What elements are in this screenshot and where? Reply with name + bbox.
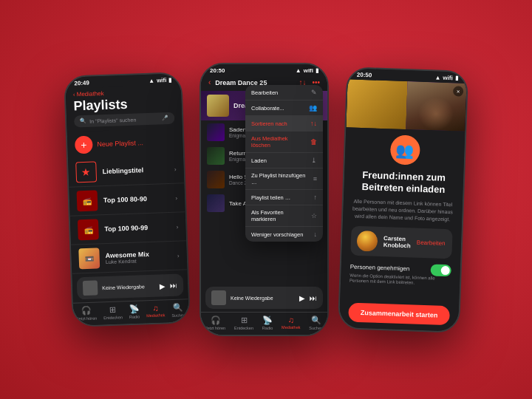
playlist-thumb: 📻 — [78, 219, 99, 240]
phone-left: 20:49 ▲ wifi ▮ ‹ Mediathek Playlists 🔍 I… — [64, 72, 191, 327]
playlist-icon: 📻 — [83, 197, 92, 205]
menu-item-favorite[interactable]: Als Favoriten markieren ☆ — [245, 205, 323, 227]
signal-icon: ▲ — [149, 78, 154, 84]
list-item[interactable]: ★ Lieblingstitel › — [68, 154, 184, 187]
collab-icon: 👥 — [309, 104, 317, 112]
wifi-icon: wifi — [304, 67, 313, 74]
tab-label: Radio — [129, 314, 140, 318]
mini-controls[interactable]: ▶ ⏭ — [160, 281, 177, 290]
discover-icon: ⊞ — [109, 305, 116, 315]
album-art-small — [207, 95, 229, 117]
approve-label: Personen genehmigen — [350, 263, 410, 272]
playlist-info: Top 100 90-99 — [104, 223, 171, 233]
playlist-thumb: 📼 — [78, 248, 100, 269]
playlist-name: Lieblingstitel — [102, 166, 168, 175]
approve-toggle[interactable] — [430, 263, 451, 276]
tab-discover[interactable]: ⊞ Entdecken — [103, 304, 123, 320]
menu-item-collaborate[interactable]: Collaborate... 👥 — [245, 100, 323, 116]
invite-content: 👥 Freund:innen zumBeitreten einladen All… — [339, 127, 465, 331]
tab-bar-center: 🎧 Jetzt hören ⊞ Entdecken 📡 Radio ♫ Medi… — [201, 312, 327, 335]
user-name: CarstenKnobloch — [383, 234, 411, 248]
edit-button[interactable]: Bearbeiten — [417, 239, 446, 246]
discover-icon: ⊞ — [241, 316, 248, 325]
search-tab-icon: 🔍 — [173, 302, 183, 312]
battery-icon: ▮ — [168, 77, 171, 83]
tab-mediathek[interactable]: ♫ Mediathek — [146, 303, 166, 318]
mini-player-center[interactable]: Keine Wiedergabe ▶ ⏭ — [205, 287, 323, 309]
tab-label: Suchen — [171, 313, 185, 318]
tab-mediathek[interactable]: ♫ Mediathek — [282, 316, 300, 330]
forward-icon[interactable]: ⏭ — [170, 281, 177, 289]
user-info: CarstenKnobloch — [383, 234, 411, 248]
menu-label: Weniger vorschlagen — [251, 231, 311, 238]
chevron-right-icon: › — [177, 252, 180, 259]
sort-icon: ↑↓ — [310, 120, 317, 127]
menu-item-add-playlist[interactable]: Zu Playlist hinzufügen … ≡ — [245, 168, 323, 190]
mini-player-title: Keine Wiedergabe — [231, 296, 295, 301]
time-center: 20:50 — [210, 67, 225, 74]
list-item[interactable]: 📻 Top 100 90-99 › — [70, 212, 186, 245]
download-icon: ⤓ — [311, 157, 317, 164]
friends-icon: 👥 — [389, 134, 420, 165]
playlist-info: Top 100 80-90 — [103, 194, 170, 204]
new-playlist-button[interactable]: + Neue Playlist ... — [67, 128, 183, 158]
tab-label: Mediathek — [282, 325, 300, 330]
arrow-icon: ▲ — [296, 67, 301, 74]
menu-item-delete[interactable]: Aus Mediathek löschen 🗑 — [245, 132, 323, 153]
search-bar-left[interactable]: 🔍 In "Playlists" suchen 🎤 — [74, 112, 174, 128]
song-thumb — [207, 194, 225, 212]
tab-now-playing[interactable]: 🎧 Jetzt hören — [205, 316, 225, 330]
tab-label: Entdecken — [103, 315, 123, 320]
headphone-icon: 🎧 — [211, 316, 221, 325]
time-left: 20:49 — [74, 80, 89, 87]
menu-item-share[interactable]: Playlist teilen … ↑ — [245, 190, 323, 205]
battery-icon: ▮ — [455, 75, 458, 81]
tab-radio[interactable]: 📡 Radio — [129, 304, 140, 319]
new-playlist-label: Neue Playlist ... — [97, 139, 143, 148]
tab-discover[interactable]: ⊞ Entdecken — [234, 316, 253, 330]
page-title-left: Playlists — [73, 96, 174, 113]
user-row: CarstenKnobloch Bearbeiten — [350, 225, 452, 259]
radio-icon: 📡 — [262, 316, 273, 325]
art-grid — [346, 79, 466, 132]
list-item[interactable]: 📼 Awesome Mix Luke Kendrat › — [71, 241, 187, 273]
plus-icon: + — [75, 136, 93, 154]
tab-search[interactable]: 🔍 Suchen — [171, 302, 185, 318]
star-icon: ★ — [81, 166, 92, 178]
play-icon[interactable]: ▶ — [299, 294, 305, 302]
status-icons-left: ▲ wifi ▮ — [149, 77, 172, 84]
library-icon: ♫ — [152, 304, 159, 313]
wifi-icon: wifi — [157, 77, 167, 83]
chevron-right-icon: › — [176, 223, 178, 230]
user-avatar — [357, 230, 378, 251]
tab-search[interactable]: 🔍 Suchen — [309, 316, 323, 330]
headphone-icon: 🎧 — [81, 306, 92, 316]
back-button-center[interactable]: ‹ — [208, 78, 211, 86]
start-collaboration-button[interactable]: Zusammenarbeit starten — [348, 302, 450, 325]
playlist-name: Top 100 80-90 — [103, 194, 170, 204]
mini-album-art — [83, 280, 98, 296]
menu-label: Aus Mediathek löschen — [251, 135, 307, 149]
menu-label: Bearbeiten — [251, 89, 308, 96]
album-art-header: × — [346, 79, 466, 132]
menu-item-sort[interactable]: Sortieren nach ↑↓ — [245, 116, 323, 132]
forward-icon[interactable]: ⏭ — [310, 294, 317, 302]
chevron-right-icon: › — [175, 194, 177, 201]
left-header: ‹ Mediathek Playlists 🔍 In "Playlists" s… — [66, 84, 183, 132]
mini-controls[interactable]: ▶ ⏭ — [299, 294, 317, 302]
menu-item-less[interactable]: Weniger vorschlagen ↓ — [245, 227, 323, 242]
delete-icon: 🗑 — [310, 138, 317, 146]
edit-icon: ✎ — [311, 89, 317, 96]
playlist-info: Awesome Mix Luke Kendrat — [105, 249, 171, 264]
menu-label: Zu Playlist hinzufügen … — [251, 172, 310, 185]
play-icon[interactable]: ▶ — [160, 282, 166, 290]
menu-item-edit[interactable]: Bearbeiten ✎ — [245, 85, 323, 100]
tab-label: Suchen — [309, 326, 323, 330]
list-item[interactable]: 📻 Top 100 80-90 › — [69, 183, 185, 216]
tab-now-playing[interactable]: 🎧 Jetzt hören — [76, 306, 97, 321]
menu-item-load[interactable]: Laden ⤓ — [245, 153, 323, 168]
close-button[interactable]: × — [453, 86, 463, 96]
tab-label: Jetzt hören — [205, 326, 225, 330]
mini-player-left[interactable]: Keine Wiedergabe ▶ ⏭ — [77, 273, 184, 299]
tab-radio[interactable]: 📡 Radio — [262, 316, 273, 330]
